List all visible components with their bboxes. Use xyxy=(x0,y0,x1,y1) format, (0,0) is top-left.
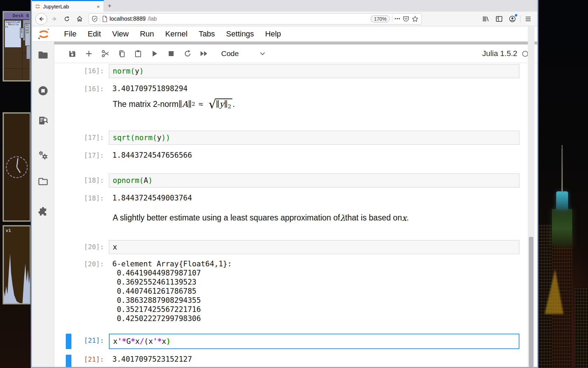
scrollbar-track[interactable] xyxy=(528,27,534,367)
interrupt-kernel-button[interactable] xyxy=(163,47,179,61)
code-cell-18[interactable]: [18]: opnorm(A) xyxy=(54,173,537,188)
tab-jupyterlab[interactable]: JupyterLab × xyxy=(32,0,104,12)
pager-mini-window-zoom[interactable]: Zo xyxy=(20,28,24,38)
cell-collapser[interactable] xyxy=(66,98,71,118)
zoom-level-badge[interactable]: 170% xyxy=(371,15,390,22)
cut-cells-button[interactable] xyxy=(97,47,113,61)
md1-period: . xyxy=(232,100,234,109)
markdown-cell-2[interactable]: A slightly better estimate using a least… xyxy=(54,213,537,227)
menu-button[interactable] xyxy=(523,13,534,25)
scissors-icon xyxy=(101,49,110,58)
menu-tabs[interactable]: Tabs xyxy=(193,29,220,39)
cell-collapser[interactable] xyxy=(66,173,71,188)
code-cell-21-active[interactable]: [21]: x'*G*x/(x'*x) xyxy=(54,334,537,349)
bookmark-star-icon[interactable] xyxy=(412,15,419,22)
library-button[interactable] xyxy=(480,13,491,25)
sidebar-tab-running[interactable] xyxy=(37,85,49,96)
output-text: 1.8443724547656566 xyxy=(109,151,192,160)
output-collapser-active[interactable] xyxy=(66,355,71,367)
home-button[interactable] xyxy=(74,13,85,25)
subscript-2: 2 xyxy=(228,103,231,110)
output-collapser[interactable] xyxy=(66,151,71,160)
cell-type-dropdown[interactable]: Code xyxy=(221,49,265,58)
load-monitor-graph xyxy=(4,247,30,303)
pager-area[interactable]: JupyterLab - Mozilla Fi Zo Screensh xyxy=(4,19,30,80)
pocket-icon[interactable] xyxy=(402,15,410,22)
save-button[interactable] xyxy=(64,47,80,61)
jupyter-favicon xyxy=(35,4,41,9)
code-cell-20[interactable]: [20]: x xyxy=(54,240,537,254)
copy-cells-button[interactable] xyxy=(113,47,130,61)
output-prompt: [17]: xyxy=(71,151,106,160)
restart-run-all-button[interactable] xyxy=(196,47,212,61)
shield-icon xyxy=(92,16,98,22)
pager-mini-window-screenshot[interactable]: Screensh xyxy=(25,23,30,46)
code-editor[interactable]: x xyxy=(109,240,519,254)
url-bar[interactable]: localhost:8889/lab 170% ••• xyxy=(89,13,422,25)
account-button[interactable] xyxy=(507,13,518,25)
code-editor[interactable]: sqrt(norm(y)) xyxy=(109,131,519,145)
cell-collapser[interactable] xyxy=(66,64,71,78)
sidebar-tab-open-tabs[interactable] xyxy=(37,176,49,187)
menu-view[interactable]: View xyxy=(106,29,134,39)
output-prompt: [16]: xyxy=(71,84,106,93)
output-text: 1.8443724549003764 xyxy=(109,193,192,203)
urlbar-separator xyxy=(392,15,392,22)
new-tab-button[interactable]: + xyxy=(104,0,115,12)
sidebars-button[interactable] xyxy=(493,13,505,25)
code-editor[interactable]: norm(y) xyxy=(109,64,519,78)
reload-icon xyxy=(64,16,70,22)
account-notification-dot xyxy=(515,14,517,16)
jupyterlab-menubar: File Edit View Run Kernel Tabs Settings … xyxy=(32,26,537,42)
math-var-lambda: λ xyxy=(340,213,345,223)
code-cell-17[interactable]: [17]: sqrt(norm(y)) xyxy=(54,131,537,145)
sidebar-tab-extensions[interactable] xyxy=(37,206,49,218)
copy-icon xyxy=(118,50,126,57)
notebook-panel: Code Julia 1.5.2 [16]: norm(y) xyxy=(54,42,537,367)
cell-collapser[interactable] xyxy=(66,131,71,145)
forward-button[interactable] xyxy=(49,13,60,25)
output-collapser[interactable] xyxy=(66,259,71,323)
output-collapser[interactable] xyxy=(66,193,71,203)
url-path[interactable]: /lab xyxy=(148,16,157,22)
menu-kernel[interactable]: Kernel xyxy=(160,29,193,39)
sidebar-tab-property-inspector[interactable] xyxy=(37,150,49,161)
page-actions-icon[interactable]: ••• xyxy=(394,16,400,21)
desktop-pager[interactable]: Desk 6 JupyterLab - Mozilla Fi Zo Screen… xyxy=(3,11,31,81)
menu-run[interactable]: Run xyxy=(134,29,160,39)
menu-file[interactable]: File xyxy=(58,29,82,39)
paste-cells-button[interactable] xyxy=(130,47,146,61)
forward-arrow-icon xyxy=(51,16,57,22)
code-editor[interactable]: opnorm(A) xyxy=(109,173,519,188)
menu-help[interactable]: Help xyxy=(260,29,287,39)
skyscraper-spire xyxy=(561,149,563,192)
sqrt-radicand: ∥y∥2 xyxy=(215,98,233,110)
home-icon xyxy=(76,15,83,22)
output-collapser[interactable] xyxy=(66,84,71,93)
sidebar-tab-commands[interactable] xyxy=(37,115,49,127)
tab-close-icon[interactable]: × xyxy=(96,4,101,9)
cell-collapser[interactable] xyxy=(66,240,71,254)
cell-collapser[interactable] xyxy=(66,213,71,227)
notebook-scroll-area[interactable]: [16]: norm(y) [16]: 3.401709751898294 Th… xyxy=(54,63,537,367)
menu-settings[interactable]: Settings xyxy=(220,29,260,39)
back-button[interactable] xyxy=(35,13,47,25)
spotlight-glow xyxy=(545,269,564,314)
menu-edit[interactable]: Edit xyxy=(82,29,106,39)
code-editor-active[interactable]: x'*G*x/(x'*x) xyxy=(109,334,519,349)
pager-mini-window-jupyterlab[interactable]: JupyterLab - Mozilla Fi xyxy=(5,20,21,48)
scrollbar-thumb[interactable] xyxy=(529,237,533,367)
output-prompt: [20]: xyxy=(71,259,106,268)
cell-collapser-active[interactable] xyxy=(66,334,71,349)
input-prompt-active: [21]: xyxy=(71,334,106,345)
load-monitor-label: v1 xyxy=(6,228,11,233)
url-host[interactable]: localhost:8889 xyxy=(110,16,146,22)
add-cell-button[interactable] xyxy=(80,47,97,61)
code-cell-16[interactable]: [16]: norm(y) xyxy=(54,64,537,78)
reload-button[interactable] xyxy=(61,13,72,25)
markdown-cell-1[interactable]: The matrix 2-norm ∥A∥2≈√∥y∥2. xyxy=(54,98,537,118)
sidebar-tab-filebrowser[interactable] xyxy=(37,49,49,61)
restart-kernel-button[interactable] xyxy=(179,47,196,61)
desktop-load-monitor: v1 xyxy=(3,225,31,304)
run-cell-button[interactable] xyxy=(146,47,163,61)
